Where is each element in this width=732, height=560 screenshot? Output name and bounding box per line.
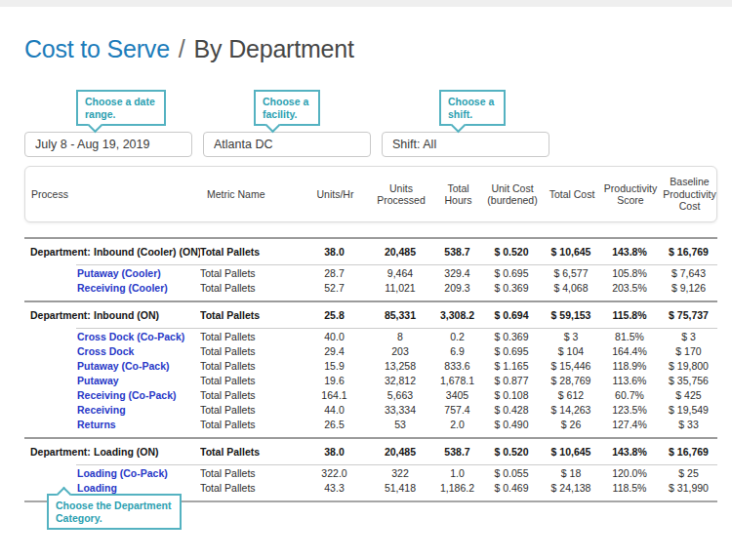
summary-value: $ 75,737 <box>660 302 717 328</box>
process-row: Receiving Total Pallets 44.033,334757.4$… <box>24 402 717 417</box>
callout-text: Choose the Department Category. <box>56 500 171 524</box>
callout-choose-department-category: Choose the Department Category. <box>47 494 182 530</box>
row-value: 118.5% <box>599 480 660 495</box>
row-value: $ 0.369 <box>480 329 543 343</box>
process-row: Receiving (Cooler) Total Pallets 52.711,… <box>24 280 717 295</box>
callout-choose-facility: Choose a facility. <box>254 90 320 126</box>
row-value: $ 7,643 <box>660 265 717 280</box>
summary-value: $ 0.520 <box>480 439 543 464</box>
department-label: Department: <box>30 446 94 458</box>
summary-value: 538.7 <box>434 239 480 264</box>
summary-value: $ 0.694 <box>480 302 543 328</box>
summary-value: 538.7 <box>434 439 480 464</box>
process-row: Loading Total Pallets 43.351,4181,186.2$… <box>24 480 717 495</box>
process-row: Cross Dock (Co-Pack) Total Pallets 40.08… <box>24 329 717 343</box>
row-value: 1,678.1 <box>434 373 480 387</box>
metric-name: Total Pallets <box>200 239 303 264</box>
row-value: 29.4 <box>303 343 366 358</box>
metric-name: Total Pallets <box>200 373 303 387</box>
column-header-4: Total Hours <box>435 167 481 221</box>
process-link[interactable]: Returns <box>77 419 116 430</box>
column-header-8: Baseline Productivity Cost <box>661 167 718 221</box>
department-name: Inbound (Cooler) (ON) <box>94 246 200 258</box>
process-link[interactable]: Cross Dock (Co-Pack) <box>77 331 184 342</box>
breadcrumb-link-cost-to-serve[interactable]: Cost to Serve <box>24 35 170 62</box>
row-value: 26.5 <box>303 417 366 431</box>
process-link[interactable]: Receiving (Co-Pack) <box>77 389 177 401</box>
window-top-strip <box>0 0 732 7</box>
process-link[interactable]: Loading <box>77 482 117 494</box>
row-value: 203.5% <box>599 280 660 295</box>
summary-value: $ 16,769 <box>660 439 717 464</box>
summary-value: 25.8 <box>303 302 366 328</box>
callout-choose-date-range: Choose a date range. <box>76 90 166 126</box>
summary-value: 38.0 <box>303 439 366 464</box>
row-value: 40.0 <box>303 329 366 343</box>
process-link[interactable]: Cross Dock <box>77 345 134 357</box>
facility-input[interactable] <box>203 132 371 157</box>
row-value: 105.8% <box>599 265 660 280</box>
column-header-7: Productivity Score <box>600 167 661 221</box>
row-value: $ 14,263 <box>543 402 599 417</box>
row-value: 33,334 <box>366 402 434 417</box>
department-label: Department: <box>30 246 94 258</box>
date-range-input[interactable] <box>24 132 192 157</box>
department-name: Inbound (ON) <box>94 309 159 321</box>
row-value: 1,186.2 <box>434 480 480 495</box>
shift-input[interactable] <box>382 132 549 157</box>
row-value: 43.3 <box>303 480 366 495</box>
row-value: 203 <box>366 343 434 358</box>
metric-name: Total Pallets <box>200 343 303 358</box>
row-value: 833.6 <box>434 358 480 373</box>
process-link[interactable]: Receiving <box>77 404 126 416</box>
row-value: $ 170 <box>660 343 717 358</box>
row-value: 120.0% <box>599 465 660 480</box>
row-value: 322 <box>366 465 434 480</box>
summary-value: 85,331 <box>366 302 434 328</box>
column-header-5: Unit Cost (burdened) <box>481 167 544 221</box>
department-summary-row: Department:Loading (ON) Total Pallets 38… <box>24 439 717 464</box>
department-summary-row: Department:Inbound (ON) Total Pallets 25… <box>24 302 717 328</box>
summary-value: 115.8% <box>599 302 660 328</box>
page-title: Cost to Serve/By Department <box>24 35 354 63</box>
row-value: $ 0.369 <box>480 280 543 295</box>
row-value: 322.0 <box>303 465 366 480</box>
process-link[interactable]: Putaway (Cooler) <box>77 267 161 279</box>
metric-name: Total Pallets <box>200 480 303 495</box>
row-value: $ 25 <box>660 465 717 480</box>
department-group: Department:Inbound (ON) Total Pallets 25… <box>24 300 717 431</box>
callout-choose-shift: Choose a shift. <box>439 90 506 126</box>
row-value: $ 3 <box>543 329 599 343</box>
metric-name: Total Pallets <box>200 280 303 295</box>
metric-name: Total Pallets <box>200 402 303 417</box>
summary-value: 20,485 <box>366 239 434 264</box>
table-body: Department:Inbound (Cooler) (ON) Total P… <box>24 237 717 502</box>
process-link[interactable]: Receiving (Cooler) <box>77 282 168 294</box>
callout-tail-icon <box>88 118 103 134</box>
row-value: 19.6 <box>303 373 366 387</box>
row-value: $ 31,990 <box>660 480 717 495</box>
row-value: $ 425 <box>660 387 717 402</box>
summary-value: 20,485 <box>366 439 434 464</box>
summary-value: 143.8% <box>599 439 660 464</box>
row-value: 113.6% <box>599 373 660 387</box>
process-link[interactable]: Putaway <box>77 375 119 386</box>
column-header-0: Process <box>25 167 201 221</box>
department-name: Loading (ON) <box>94 446 159 458</box>
row-value: $ 0.108 <box>480 387 543 402</box>
row-value: $ 0.469 <box>480 480 543 495</box>
process-link[interactable]: Putaway (Co-Pack) <box>77 360 170 372</box>
metric-name: Total Pallets <box>200 358 303 373</box>
process-row: Putaway (Co-Pack) Total Pallets 15.913,2… <box>24 358 717 373</box>
row-value: $ 15,446 <box>543 358 599 373</box>
process-link[interactable]: Loading (Co-Pack) <box>77 467 168 479</box>
process-row: Putaway Total Pallets 19.632,8121,678.1$… <box>24 373 717 387</box>
breadcrumb-current-by-department: By Department <box>194 35 354 62</box>
page: Cost to Serve/By Department Choose a dat… <box>0 0 732 560</box>
department-summary-row: Department:Inbound (Cooler) (ON) Total P… <box>24 239 717 264</box>
row-value: $ 0.055 <box>480 465 543 480</box>
row-value: 3405 <box>434 387 480 402</box>
row-value: $ 18 <box>543 465 599 480</box>
metric-name: Total Pallets <box>200 465 303 480</box>
table-header-row: ProcessMetric NameUnits/HrUnits Processe… <box>25 167 718 221</box>
